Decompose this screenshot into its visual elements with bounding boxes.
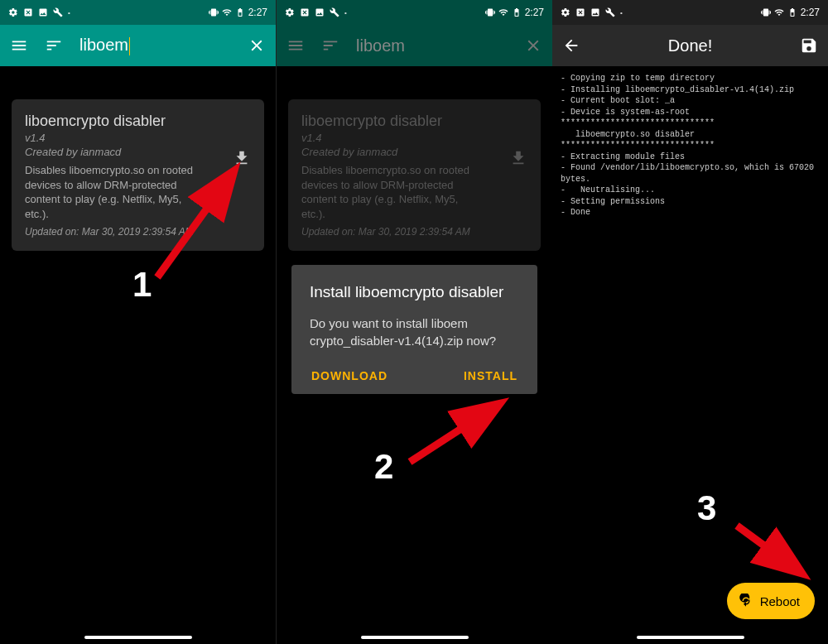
gear-icon	[561, 7, 570, 17]
status-time: 2:27	[248, 7, 267, 18]
vibrate-icon	[485, 7, 495, 17]
nav-pill[interactable]	[84, 636, 192, 639]
menu-icon	[286, 36, 305, 55]
sort-icon[interactable]	[45, 36, 63, 55]
wifi-icon	[498, 7, 508, 17]
module-title: liboemcrypto disabler	[25, 113, 251, 130]
module-card-dim: liboemcrypto disabler v1.4 Created by ia…	[288, 99, 541, 251]
module-updated: Updated on: Mar 30, 2019 2:39:54 AM	[25, 226, 251, 238]
battery-icon	[512, 7, 522, 17]
status-bar: • 2:27	[0, 0, 276, 25]
vibrate-icon	[761, 7, 771, 17]
step-2-label: 2	[374, 447, 393, 487]
close-box-icon	[23, 7, 33, 17]
image-icon	[38, 7, 48, 17]
wifi-icon	[222, 7, 232, 17]
reboot-icon	[739, 594, 753, 608]
wrench-icon	[53, 7, 63, 17]
module-card[interactable]: liboemcrypto disabler v1.4 Created by ia…	[12, 99, 264, 251]
module-version: v1.4	[25, 132, 251, 144]
gear-icon	[8, 7, 18, 17]
close-icon[interactable]	[248, 36, 266, 55]
status-bar: • 2:27	[552, 0, 828, 25]
step-1-label: 1	[132, 265, 152, 305]
vibrate-icon	[209, 7, 219, 17]
wifi-icon	[774, 7, 784, 17]
module-desc: Disables liboemcrypto.so on rooted devic…	[25, 163, 207, 221]
gear-icon	[285, 7, 295, 17]
save-icon[interactable]	[800, 36, 818, 55]
dialog-message: Do you want to install liboem crypto_dis…	[310, 315, 519, 349]
install-log: - Copying zip to temp directory - Instal…	[552, 66, 828, 225]
install-button[interactable]: INSTALL	[464, 369, 518, 382]
nav-pill[interactable]	[361, 636, 469, 639]
wrench-icon	[605, 7, 615, 17]
close-box-icon	[575, 7, 585, 17]
battery-icon	[235, 7, 245, 17]
download-button[interactable]: DOWNLOAD	[311, 369, 388, 382]
close-icon	[524, 36, 542, 55]
battery-icon	[787, 7, 797, 17]
status-bar: • 2:27	[277, 0, 552, 25]
download-icon[interactable]	[233, 149, 251, 167]
search-input[interactable]: liboem	[79, 36, 231, 55]
menu-icon[interactable]	[10, 36, 28, 55]
reboot-button[interactable]: Reboot	[727, 583, 815, 619]
sort-icon	[321, 36, 339, 55]
module-author: Created by ianmacd	[25, 146, 251, 158]
back-icon[interactable]	[562, 36, 580, 55]
status-time: 2:27	[525, 7, 544, 18]
search-input: liboem	[356, 36, 508, 55]
status-time: 2:27	[801, 7, 820, 18]
install-dialog: Install liboemcrypto disabler Do you wan…	[291, 265, 537, 394]
dialog-title: Install liboemcrypto disabler	[310, 283, 519, 301]
close-box-icon	[300, 7, 310, 17]
done-bar: Done!	[552, 25, 828, 66]
search-bar-dim: liboem	[277, 25, 552, 66]
search-bar: liboem	[0, 25, 276, 66]
image-icon	[315, 7, 325, 17]
download-icon	[509, 149, 527, 167]
step-3-label: 3	[697, 488, 716, 528]
nav-pill[interactable]	[637, 636, 744, 639]
image-icon	[590, 7, 600, 17]
page-title: Done!	[597, 36, 783, 55]
wrench-icon	[330, 7, 339, 17]
